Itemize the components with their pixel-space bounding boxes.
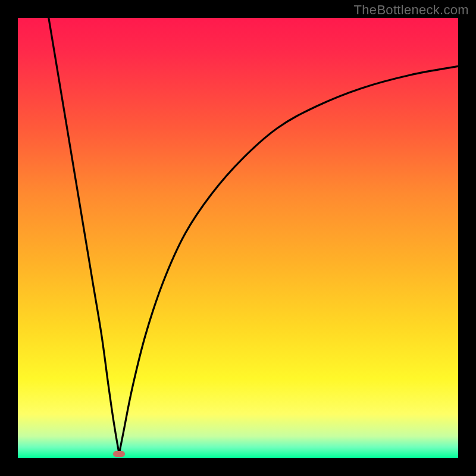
minimum-marker bbox=[113, 451, 125, 457]
watermark-text: TheBottleneck.com bbox=[354, 2, 469, 18]
plot-area bbox=[18, 18, 458, 458]
curve-right-branch bbox=[119, 66, 458, 453]
curve-left-branch bbox=[49, 18, 119, 454]
curve-svg bbox=[18, 18, 458, 458]
